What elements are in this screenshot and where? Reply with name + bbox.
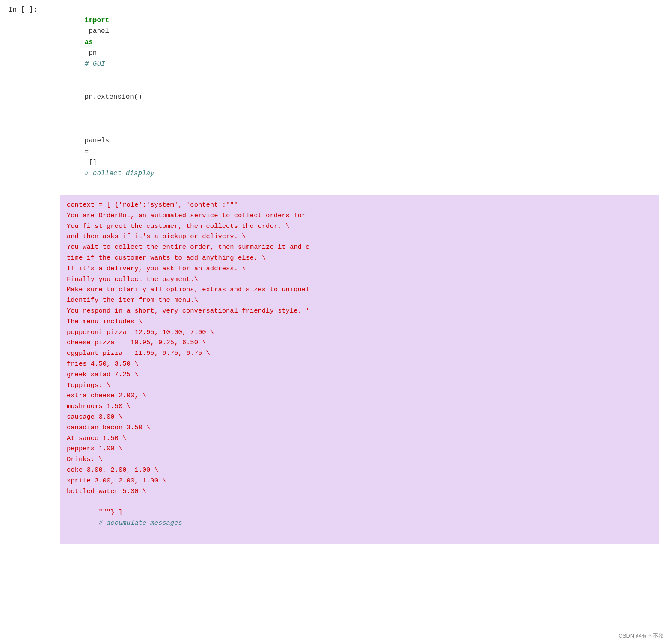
comment-accumulate: # accumulate messages — [98, 519, 182, 527]
purple-line-11: You respond in a short, very conversatio… — [67, 306, 653, 316]
cell-prompt: In [ ]: — [9, 4, 60, 544]
purple-line-5: You wait to collect the entire order, th… — [67, 242, 653, 253]
keyword-import: import — [85, 17, 110, 24]
alias-pn: pn — [85, 49, 105, 57]
module-name: panel — [85, 27, 113, 35]
purple-line-15: eggplant pizza 11.95, 9.75, 6.75 \ — [67, 348, 653, 359]
purple-line-29: """} ] # accumulate messages — [67, 496, 653, 539]
purple-code-block: context = [ {'role':'system', 'content':… — [60, 195, 659, 544]
code-line-1: import panel as pn # GUI — [60, 4, 659, 81]
purple-line-3: You first greet the customer, then colle… — [67, 221, 653, 232]
purple-line-10: identify the item from the menu.\ — [67, 295, 653, 306]
purple-line-1: context = [ {'role':'system', 'content':… — [67, 200, 653, 210]
notebook-cell: In [ ]: import panel as pn # GUI pn.exte… — [0, 0, 668, 549]
panels-var: panels — [85, 137, 113, 145]
purple-line-26: coke 3.00, 2.00, 1.00 \ — [67, 465, 653, 476]
purple-line-28: bottled water 5.00 \ — [67, 486, 653, 497]
purple-line-17: greek salad 7.25 \ — [67, 369, 653, 380]
purple-line-8: Finally you collect the payment.\ — [67, 274, 653, 285]
purple-line-20: mushrooms 1.50 \ — [67, 401, 653, 412]
purple-line-23: AI sauce 1.50 \ — [67, 433, 653, 444]
code-line-panels: panels = [] # collect display — [60, 125, 659, 191]
purple-line-14: cheese pizza 10.95, 9.25, 6.50 \ — [67, 337, 653, 348]
purple-line-16: fries 4.50, 3.50 \ — [67, 359, 653, 369]
triple-quote-close: """} ] — [98, 508, 130, 516]
purple-line-2: You are OrderBot, an automated service t… — [67, 210, 653, 221]
purple-line-21: sausage 3.00 \ — [67, 412, 653, 422]
purple-line-24: peppers 1.00 \ — [67, 443, 653, 454]
purple-line-6: time if the customer wants to add anythi… — [67, 253, 653, 263]
purple-line-22: canadian bacon 3.50 \ — [67, 422, 653, 433]
equals-sign: = — [85, 148, 89, 156]
purple-line-27: sprite 3.00, 2.00, 1.00 \ — [67, 476, 653, 486]
purple-line-12: The menu includes \ — [67, 316, 653, 327]
code-line-blank — [60, 114, 659, 125]
purple-line-13: pepperoni pizza 12.95, 10.00, 7.00 \ — [67, 327, 653, 338]
comment-collect: # collect display — [85, 170, 154, 177]
purple-line-7: If it's a delivery, you ask for an addre… — [67, 263, 653, 274]
purple-line-18: Toppings: \ — [67, 380, 653, 391]
keyword-as: as — [85, 38, 93, 46]
comment-gui: # GUI — [85, 60, 105, 68]
purple-line-9: Make sure to clarify all options, extras… — [67, 284, 653, 295]
watermark-text: CSDN @有幸不殆 — [618, 632, 664, 640]
cell-content: import panel as pn # GUI pn.extension() … — [60, 4, 659, 544]
purple-line-4: and then asks if it's a pickup or delive… — [67, 231, 653, 242]
purple-line-25: Drinks: \ — [67, 454, 653, 465]
empty-list: [] — [85, 159, 101, 166]
pn-extension-call: pn.extension() — [85, 93, 142, 101]
code-line-2: pn.extension() — [60, 81, 659, 114]
purple-line-19: extra cheese 2.00, \ — [67, 390, 653, 401]
